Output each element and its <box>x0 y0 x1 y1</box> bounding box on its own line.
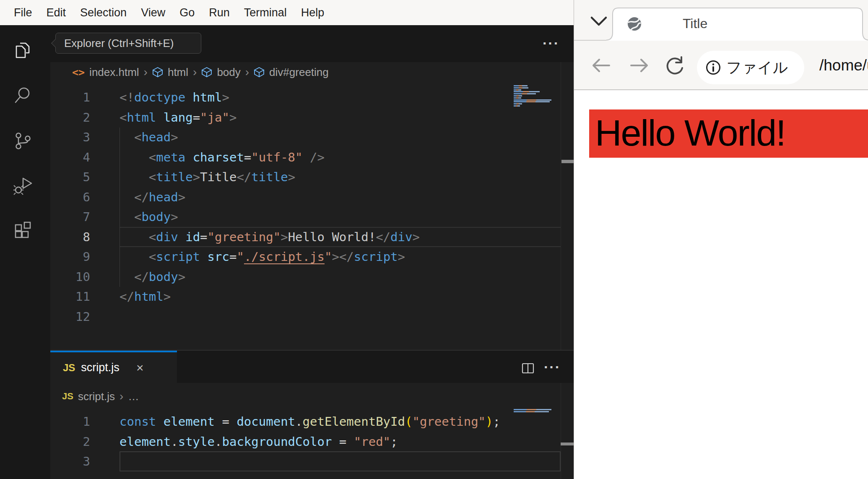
line-number: 3 <box>50 451 90 471</box>
screenshot-root: { "colors": { "accent": "#0078d4", "page… <box>0 0 868 479</box>
chevron-right-icon: › <box>245 65 249 79</box>
close-tab-icon[interactable]: × <box>136 361 144 375</box>
minimap-line <box>514 95 522 96</box>
tab-label: script.js <box>81 361 120 374</box>
code-line[interactable]: 4 <meta charset="utf-8" /> <box>0 147 574 167</box>
breadcrumb-body[interactable]: body <box>217 66 240 79</box>
menu-run[interactable]: Run <box>202 0 237 25</box>
menu-go[interactable]: Go <box>172 0 202 25</box>
breadcrumb: <> index.html › html › body › div#greeti… <box>72 65 329 79</box>
code-line[interactable]: 1const element = document.getElementById… <box>0 411 574 432</box>
browser-viewport: Hello World! <box>574 91 868 479</box>
browser-tab-strip: Title × <box>574 0 868 41</box>
js-file-icon: JS <box>62 391 73 402</box>
code-line[interactable]: 2<html lang="ja"> <box>0 107 574 128</box>
hello-world-text: Hello World! <box>595 109 785 158</box>
scrollbar-border <box>561 62 561 350</box>
js-file-icon: JS <box>63 362 75 374</box>
overview-cursor-mark <box>561 443 574 445</box>
line-number: 3 <box>50 127 90 147</box>
code-line[interactable]: 12 <box>0 307 574 327</box>
menu-terminal[interactable]: Terminal <box>237 0 294 25</box>
menu-help[interactable]: Help <box>294 0 332 25</box>
symbol-cube-icon <box>201 67 212 78</box>
tab-search-chevron-icon[interactable] <box>589 14 608 28</box>
browser-window: Title × <box>574 0 868 479</box>
breadcrumb-file[interactable]: index.html <box>89 66 139 79</box>
tab-script-js[interactable]: JS script.js × <box>50 351 177 383</box>
breadcrumb-more[interactable]: … <box>128 390 139 403</box>
chevron-right-icon: › <box>120 390 123 403</box>
browser-toolbar: ファイル /home/u <box>574 41 868 90</box>
code-line[interactable]: 2element.style.backgroundColor = "red"; <box>0 432 574 452</box>
forward-icon[interactable] <box>629 55 650 76</box>
file-scheme-chip[interactable]: ファイル <box>697 51 804 84</box>
code-line[interactable]: 6 </head> <box>0 187 574 207</box>
menu-bar: File Edit Selection View Go Run Terminal… <box>0 0 574 25</box>
breadcrumb-file[interactable]: script.js <box>78 390 115 403</box>
editor-actions-more-icon[interactable]: ··· <box>543 35 559 52</box>
menu-edit[interactable]: Edit <box>39 0 73 25</box>
minimap-line <box>514 85 528 86</box>
menu-view[interactable]: View <box>134 0 172 25</box>
code-icon: <> <box>72 66 85 78</box>
browser-tab-title: Title <box>683 7 707 41</box>
line-number: 2 <box>50 432 90 452</box>
chevron-right-icon: › <box>193 65 197 79</box>
line-number: 7 <box>50 207 90 227</box>
minimap-line <box>514 409 551 410</box>
current-line-highlight <box>120 451 561 471</box>
chevron-right-icon: › <box>144 65 148 79</box>
menu-selection[interactable]: Selection <box>73 0 134 25</box>
line-number: 10 <box>50 267 90 287</box>
code-line[interactable]: 9 <script src="./script.js"></script> <box>0 247 574 267</box>
symbol-cube-icon <box>254 67 265 78</box>
breadcrumb-js: JS script.js › … <box>62 389 139 404</box>
line-number: 6 <box>50 187 90 207</box>
breadcrumb-div-greeting[interactable]: div#greeting <box>269 66 329 79</box>
line-number: 1 <box>50 411 90 432</box>
vscode-window: File Edit Selection View Go Run Terminal… <box>0 0 574 479</box>
minimap-line <box>514 99 551 101</box>
greeting-div: Hello World! <box>589 109 868 158</box>
symbol-cube-icon <box>152 67 163 78</box>
scrollbar-border <box>561 383 561 479</box>
code-line[interactable]: 10 </body> <box>0 267 574 287</box>
minimap-line <box>514 411 549 412</box>
code-line[interactable]: 8 <div id="greeting">Hello World!</div> <box>0 227 574 247</box>
breadcrumb-html[interactable]: html <box>168 66 188 79</box>
line-number: 12 <box>50 307 90 327</box>
line-number: 4 <box>50 147 90 167</box>
tooltip-text: Explorer (Ctrl+Shift+E) <box>64 37 174 50</box>
code-line[interactable]: 5 <title>Title</title> <box>0 167 574 187</box>
explorer-tooltip: Explorer (Ctrl+Shift+E) <box>55 33 201 54</box>
line-number: 11 <box>50 286 90 307</box>
code-line[interactable]: 3 <box>0 451 574 471</box>
minimap-line <box>514 103 522 104</box>
minimap-line <box>514 91 540 92</box>
info-icon <box>705 60 721 75</box>
panel-actions-more-icon[interactable]: ··· <box>544 359 561 375</box>
code-line[interactable]: 1<!doctype html> <box>0 87 574 107</box>
menu-file[interactable]: File <box>7 0 39 25</box>
code-line[interactable]: 7 <body> <box>0 207 574 227</box>
overview-cursor-mark <box>561 160 574 163</box>
minimap-line <box>514 93 536 94</box>
code-line[interactable]: 11</html> <box>0 286 574 307</box>
line-number: 5 <box>50 167 90 187</box>
back-icon[interactable] <box>590 55 612 76</box>
minimap-line <box>514 97 521 99</box>
line-number: 1 <box>50 87 90 107</box>
line-number: 2 <box>50 107 90 128</box>
minimap-line <box>514 87 528 89</box>
line-number: 8 <box>50 227 90 247</box>
reload-icon[interactable] <box>665 55 685 75</box>
explorer-icon[interactable] <box>13 39 33 60</box>
chip-label: ファイル <box>726 57 788 78</box>
code-line[interactable]: 3 <head> <box>0 127 574 147</box>
indent-guide <box>120 128 120 287</box>
address-bar-url[interactable]: /home/u <box>819 41 868 90</box>
split-editor-icon[interactable] <box>521 362 535 375</box>
browser-tab[interactable]: Title × <box>606 7 868 41</box>
line-number: 9 <box>50 247 90 267</box>
